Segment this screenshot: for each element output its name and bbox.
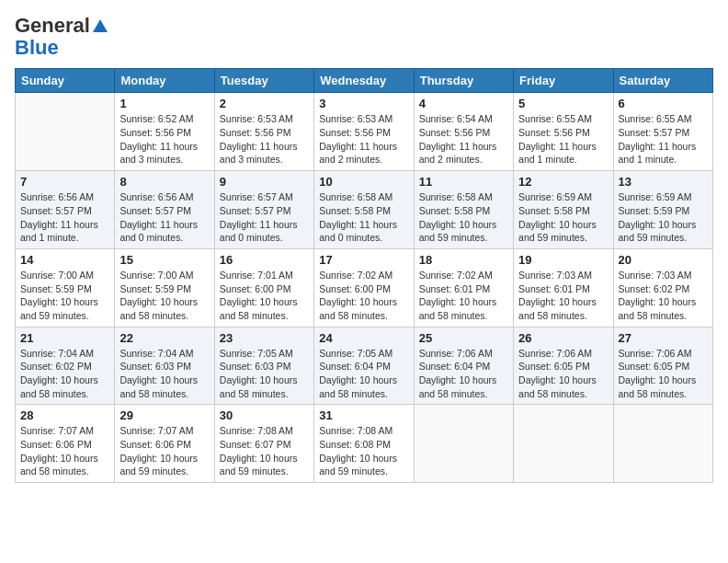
calendar-cell: [16, 93, 115, 171]
day-info: Sunrise: 6:58 AM Sunset: 5:58 PM Dayligh…: [319, 190, 408, 245]
day-info: Sunrise: 6:56 AM Sunset: 5:57 PM Dayligh…: [20, 190, 109, 245]
calendar-cell: 11Sunrise: 6:58 AM Sunset: 5:58 PM Dayli…: [414, 171, 513, 249]
day-number: 16: [220, 253, 309, 267]
day-number: 29: [119, 408, 209, 422]
day-info: Sunrise: 7:08 AM Sunset: 6:07 PM Dayligh…: [220, 424, 309, 478]
calendar-cell: 3Sunrise: 6:53 AM Sunset: 5:56 PM Daylig…: [314, 93, 414, 171]
day-info: Sunrise: 7:02 AM Sunset: 6:01 PM Dayligh…: [419, 269, 508, 323]
calendar-cell: 9Sunrise: 6:57 AM Sunset: 5:57 PM Daylig…: [214, 171, 313, 249]
day-info: Sunrise: 7:05 AM Sunset: 6:04 PM Dayligh…: [319, 347, 408, 401]
calendar-cell: 28Sunrise: 7:07 AM Sunset: 6:06 PM Dayli…: [16, 405, 115, 483]
day-info: Sunrise: 6:52 AM Sunset: 5:56 PM Dayligh…: [119, 112, 209, 167]
logo: General Blue: [15, 15, 108, 59]
day-info: Sunrise: 7:06 AM Sunset: 6:05 PM Dayligh…: [518, 347, 608, 401]
day-info: Sunrise: 6:59 AM Sunset: 5:59 PM Dayligh…: [619, 190, 708, 245]
day-info: Sunrise: 7:03 AM Sunset: 6:01 PM Dayligh…: [518, 269, 608, 323]
day-number: 13: [619, 175, 708, 189]
calendar-cell: 24Sunrise: 7:05 AM Sunset: 6:04 PM Dayli…: [314, 327, 414, 405]
calendar-cell: 26Sunrise: 7:06 AM Sunset: 6:05 PM Dayli…: [514, 327, 613, 405]
day-number: 30: [220, 408, 309, 422]
day-number: 20: [619, 253, 708, 267]
day-info: Sunrise: 7:07 AM Sunset: 6:06 PM Dayligh…: [119, 424, 209, 478]
day-number: 19: [518, 253, 608, 267]
calendar-cell: 19Sunrise: 7:03 AM Sunset: 6:01 PM Dayli…: [514, 248, 613, 327]
calendar-cell: 15Sunrise: 7:00 AM Sunset: 5:59 PM Dayli…: [115, 248, 214, 327]
calendar-cell: [514, 405, 613, 483]
day-number: 2: [220, 97, 309, 110]
logo-icon: [92, 17, 108, 34]
day-number: 18: [419, 253, 508, 267]
calendar-day-header: Saturday: [613, 69, 712, 93]
day-number: 9: [220, 175, 309, 189]
day-number: 27: [619, 331, 708, 345]
calendar-day-header: Thursday: [414, 69, 513, 93]
calendar-cell: 5Sunrise: 6:55 AM Sunset: 5:56 PM Daylig…: [514, 93, 613, 171]
logo-general-text: General: [15, 15, 90, 37]
day-number: 8: [119, 175, 209, 189]
day-info: Sunrise: 7:00 AM Sunset: 5:59 PM Dayligh…: [20, 269, 109, 323]
day-info: Sunrise: 6:58 AM Sunset: 5:58 PM Dayligh…: [419, 190, 508, 245]
day-info: Sunrise: 7:06 AM Sunset: 6:04 PM Dayligh…: [419, 347, 508, 401]
day-number: 25: [419, 331, 508, 345]
calendar-cell: 2Sunrise: 6:53 AM Sunset: 5:56 PM Daylig…: [214, 93, 313, 171]
calendar-day-header: Monday: [115, 69, 214, 93]
day-info: Sunrise: 7:07 AM Sunset: 6:06 PM Dayligh…: [20, 424, 109, 478]
day-info: Sunrise: 6:54 AM Sunset: 5:56 PM Dayligh…: [419, 112, 508, 167]
day-info: Sunrise: 6:55 AM Sunset: 5:57 PM Dayligh…: [619, 112, 708, 167]
calendar-cell: [414, 405, 513, 483]
calendar-week-row: 1Sunrise: 6:52 AM Sunset: 5:56 PM Daylig…: [16, 93, 713, 171]
day-info: Sunrise: 7:05 AM Sunset: 6:03 PM Dayligh…: [220, 347, 309, 401]
day-info: Sunrise: 6:53 AM Sunset: 5:56 PM Dayligh…: [220, 112, 309, 167]
day-number: 14: [20, 253, 109, 267]
logo-blue-text: Blue: [15, 37, 59, 59]
day-info: Sunrise: 7:01 AM Sunset: 6:00 PM Dayligh…: [220, 269, 309, 323]
calendar-week-row: 21Sunrise: 7:04 AM Sunset: 6:02 PM Dayli…: [16, 327, 713, 405]
calendar-day-header: Sunday: [16, 69, 115, 93]
calendar-cell: 22Sunrise: 7:04 AM Sunset: 6:03 PM Dayli…: [115, 327, 214, 405]
day-number: 11: [419, 175, 508, 189]
calendar-cell: 25Sunrise: 7:06 AM Sunset: 6:04 PM Dayli…: [414, 327, 513, 405]
header: General Blue: [15, 15, 713, 59]
day-number: 28: [20, 408, 109, 422]
page-container: General Blue SundayMondayTuesdayWednesda…: [0, 0, 728, 490]
day-info: Sunrise: 7:02 AM Sunset: 6:00 PM Dayligh…: [319, 269, 408, 323]
calendar-week-row: 7Sunrise: 6:56 AM Sunset: 5:57 PM Daylig…: [16, 171, 713, 249]
day-info: Sunrise: 7:04 AM Sunset: 6:03 PM Dayligh…: [119, 347, 209, 401]
calendar-cell: 1Sunrise: 6:52 AM Sunset: 5:56 PM Daylig…: [115, 93, 214, 171]
day-number: 31: [319, 408, 408, 422]
calendar-day-header: Wednesday: [314, 69, 414, 93]
svg-marker-0: [93, 19, 108, 32]
day-info: Sunrise: 6:57 AM Sunset: 5:57 PM Dayligh…: [220, 190, 309, 245]
day-number: 21: [20, 331, 109, 345]
calendar-cell: 13Sunrise: 6:59 AM Sunset: 5:59 PM Dayli…: [613, 171, 712, 249]
calendar-table: SundayMondayTuesdayWednesdayThursdayFrid…: [15, 68, 713, 483]
day-info: Sunrise: 7:08 AM Sunset: 6:08 PM Dayligh…: [319, 424, 408, 478]
calendar-cell: 30Sunrise: 7:08 AM Sunset: 6:07 PM Dayli…: [214, 405, 313, 483]
calendar-cell: 4Sunrise: 6:54 AM Sunset: 5:56 PM Daylig…: [414, 93, 513, 171]
calendar-cell: 23Sunrise: 7:05 AM Sunset: 6:03 PM Dayli…: [214, 327, 313, 405]
day-number: 15: [119, 253, 209, 267]
calendar-day-header: Friday: [514, 69, 613, 93]
calendar-cell: 16Sunrise: 7:01 AM Sunset: 6:00 PM Dayli…: [214, 248, 313, 327]
calendar-cell: 12Sunrise: 6:59 AM Sunset: 5:58 PM Dayli…: [514, 171, 613, 249]
day-number: 3: [319, 97, 408, 110]
day-info: Sunrise: 6:53 AM Sunset: 5:56 PM Dayligh…: [319, 112, 408, 167]
calendar-cell: 21Sunrise: 7:04 AM Sunset: 6:02 PM Dayli…: [16, 327, 115, 405]
calendar-cell: 17Sunrise: 7:02 AM Sunset: 6:00 PM Dayli…: [314, 248, 414, 327]
calendar-header-row: SundayMondayTuesdayWednesdayThursdayFrid…: [16, 69, 713, 93]
calendar-cell: 29Sunrise: 7:07 AM Sunset: 6:06 PM Dayli…: [115, 405, 214, 483]
day-number: 1: [119, 97, 209, 110]
day-info: Sunrise: 7:00 AM Sunset: 5:59 PM Dayligh…: [119, 269, 209, 323]
calendar-cell: 6Sunrise: 6:55 AM Sunset: 5:57 PM Daylig…: [613, 93, 712, 171]
day-number: 10: [319, 175, 408, 189]
day-info: Sunrise: 7:04 AM Sunset: 6:02 PM Dayligh…: [20, 347, 109, 401]
calendar-day-header: Tuesday: [214, 69, 313, 93]
day-number: 5: [518, 97, 608, 110]
calendar-week-row: 14Sunrise: 7:00 AM Sunset: 5:59 PM Dayli…: [16, 248, 713, 327]
day-number: 23: [220, 331, 309, 345]
day-info: Sunrise: 7:06 AM Sunset: 6:05 PM Dayligh…: [619, 347, 708, 401]
day-number: 22: [119, 331, 209, 345]
calendar-cell: 14Sunrise: 7:00 AM Sunset: 5:59 PM Dayli…: [16, 248, 115, 327]
day-info: Sunrise: 6:59 AM Sunset: 5:58 PM Dayligh…: [518, 190, 608, 245]
day-info: Sunrise: 6:55 AM Sunset: 5:56 PM Dayligh…: [518, 112, 608, 167]
